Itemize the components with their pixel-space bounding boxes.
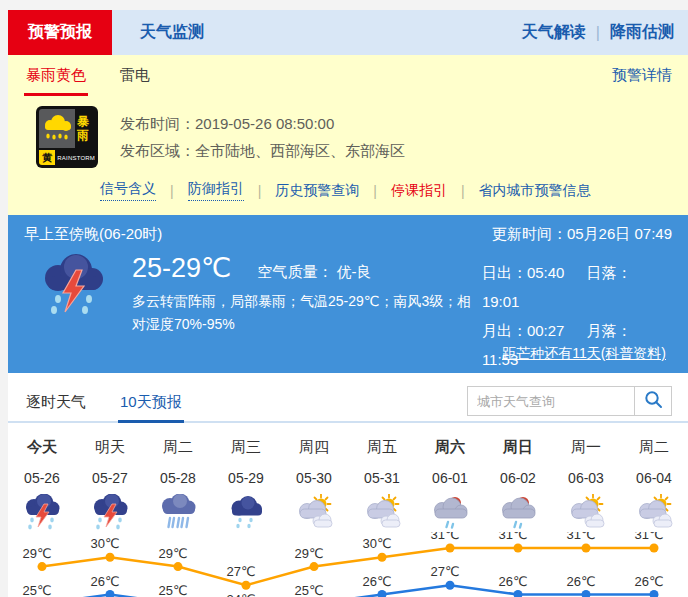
svg-text:29℃: 29℃ [294,546,323,561]
tab-weather-monitor[interactable]: 天气监测 [112,10,232,55]
day-name: 周三 [212,438,280,457]
chart-wrap: 29℃30℃29℃27℃29℃30℃31℃31℃31℃31℃25℃26℃25℃2… [8,532,688,597]
forecast-day-column[interactable]: 周五05-31 [348,438,416,532]
city-search-input[interactable] [467,386,635,416]
warning-level-label: 黄 [39,150,55,165]
svg-text:27℃: 27℃ [226,564,255,579]
heavy-rain-icon [144,494,212,532]
svg-text:31℃: 31℃ [430,532,459,542]
tab-rainstorm-yellow[interactable]: 暴雨黄色 [24,66,88,96]
svg-text:26℃: 26℃ [498,574,527,589]
weather-widget: 预警预报 天气监测 天气解读 | 降雨估测 暴雨黄色 雷电 预警详情 [8,10,688,597]
forecast-day-column[interactable]: 今天05-26 [8,438,76,532]
svg-text:26℃: 26℃ [362,574,391,589]
forecast-day-column[interactable]: 周二06-04 [620,438,688,532]
forecast-day-column[interactable]: 周三05-29 [212,438,280,532]
rain-icon [212,494,280,532]
day-date: 05-26 [8,470,76,486]
tab-hourly-weather[interactable]: 逐时天气 [24,387,88,421]
day-date: 05-30 [280,470,348,486]
day-date: 05-29 [212,470,280,486]
conditions-summary: 25-29℃ 空气质量： 优-良 多云转雷阵雨，局部暴雨；气温25-29℃；南风… [132,252,482,374]
sun-cloud-icon [552,494,620,532]
day-name: 今天 [8,438,76,457]
update-time: 更新时间：05月26日 07:49 [492,225,672,244]
search-button[interactable] [635,386,672,416]
forecast-period: 早上至傍晚(06-20时) [24,225,162,244]
forecast-day-column[interactable]: 明天05-27 [76,438,144,532]
svg-text:29℃: 29℃ [22,546,51,561]
warning-type-label: 暴雨 [77,109,95,148]
day-name: 周六 [416,438,484,457]
sun-cloud-icon [620,494,688,532]
link-signal-meaning[interactable]: 信号含义 [100,180,156,201]
svg-text:25℃: 25℃ [158,583,187,597]
svg-text:29℃: 29℃ [158,546,187,561]
svg-text:24℃: 24℃ [226,592,255,597]
tab-lightning[interactable]: 雷电 [118,66,152,96]
forecast-section: 逐时天气 10天预报 今天05-26明天05-27周二05-28周三05-29周… [8,373,688,597]
thunderstorm-icon [76,494,144,532]
day-name: 周四 [280,438,348,457]
temperature-range: 25-29℃ [132,252,231,284]
day-name: 周二 [620,438,688,457]
air-quality: 空气质量： 优-良 [257,263,371,282]
city-search [467,386,672,416]
warning-section: 暴雨黄色 雷电 预警详情 [8,55,688,215]
forecast-day-column[interactable]: 周六06-01 [416,438,484,532]
link-province-city-warnings[interactable]: 省内城市预警信息 [479,182,591,200]
svg-text:27℃: 27℃ [430,564,459,579]
day-date: 05-31 [348,470,416,486]
publish-area-row: 发布区域：全市陆地、西部海区、东部海区 [120,137,405,164]
thunderstorm-icon [34,252,114,374]
link-rain-estimate[interactable]: 降雨估测 [610,22,674,43]
day-name: 周日 [484,438,552,457]
day-name: 周二 [144,438,212,457]
day-date: 05-27 [76,470,144,486]
day-date: 05-28 [144,470,212,486]
svg-text:31℃: 31℃ [498,532,527,542]
nav-separator: | [596,24,600,42]
top-nav: 预警预报 天气监测 天气解读 | 降雨估测 [8,10,688,55]
panel-header: 早上至傍晚(06-20时) 更新时间：05月26日 07:49 [24,225,672,244]
day-date: 06-02 [484,470,552,486]
warning-tabs: 暴雨黄色 雷电 预警详情 [8,55,688,96]
day-name: 周五 [348,438,416,457]
day-name: 明天 [76,438,144,457]
day-date: 06-03 [552,470,620,486]
link-class-suspension-guide[interactable]: 停课指引 [391,182,447,200]
weather-description: 多云转雷阵雨，局部暴雨；气温25-29℃；南风3级；相对湿度70%-95% [132,290,482,336]
warning-meta: 发布时间：2019-05-26 08:50:00 发布区域：全市陆地、西部海区、… [120,110,405,164]
svg-text:26℃: 26℃ [90,574,119,589]
warning-cloud-icon [39,109,75,148]
sun-shower-icon [484,494,552,532]
forecast-day-column[interactable]: 周一06-03 [552,438,620,532]
warning-detail-link[interactable]: 预警详情 [612,66,672,96]
solar-term-link[interactable]: 距芒种还有11天(科普资料) [502,345,666,363]
tab-ten-day-forecast[interactable]: 10天预报 [118,387,184,423]
link-history-warning-query[interactable]: 历史预警查询 [275,182,359,200]
link-weather-interpretation[interactable]: 天气解读 [522,22,586,43]
forecast-day-column[interactable]: 周四05-30 [280,438,348,532]
search-icon [644,390,663,412]
forecast-day-column[interactable]: 周日06-02 [484,438,552,532]
temperature-chart: 29℃30℃29℃27℃29℃30℃31℃31℃31℃31℃25℃26℃25℃2… [8,532,688,597]
svg-text:25℃: 25℃ [22,583,51,597]
svg-text:26℃: 26℃ [634,574,663,589]
warning-links: 信号含义 | 防御指引 | 历史预警查询 | 停课指引 | 省内城市预警信息 [8,172,688,215]
warning-en-label: RAINSTORM [57,150,95,165]
nav-spacer [232,10,522,55]
forecast-tabs: 逐时天气 10天预报 [8,386,688,423]
forecast-day-column[interactable]: 周二05-28 [144,438,212,532]
link-defense-guide[interactable]: 防御指引 [188,180,244,201]
forecast-days: 今天05-26明天05-27周二05-28周三05-29周四05-30周五05-… [8,423,688,532]
tab-warning-forecast[interactable]: 预警预报 [8,10,112,55]
day-name: 周一 [552,438,620,457]
svg-text:30℃: 30℃ [90,536,119,551]
svg-text:30℃: 30℃ [362,536,391,551]
nav-links: 天气解读 | 降雨估测 [522,10,688,55]
sunrise-sunset-row: 日出：05:40 日落：19:01 [482,258,668,316]
thunderstorm-icon [8,494,76,532]
day-date: 06-01 [416,470,484,486]
svg-text:31℃: 31℃ [566,532,595,542]
